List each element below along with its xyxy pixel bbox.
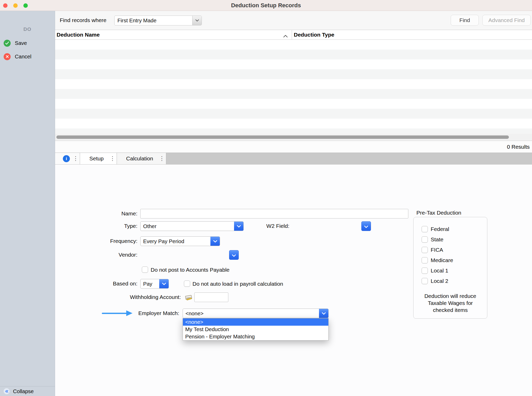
sidebar-header: DO <box>0 26 55 32</box>
column-divider[interactable] <box>292 30 292 39</box>
window-title: Deduction Setup Records <box>0 0 532 11</box>
pretax-title: Pre-Tax Deduction <box>416 210 461 216</box>
vendor-label: Vendor: <box>119 252 137 258</box>
option-my-test-deduction[interactable]: My Test Deduction <box>183 326 328 333</box>
app-window: Deduction Setup Records DO Save Cancel C… <box>0 0 532 396</box>
pretax-option-row: FICA <box>414 245 487 255</box>
medicare-label: Medicare <box>431 257 453 263</box>
info-icon: i <box>63 155 70 162</box>
setup-form: Name: Type: Other W2 Field: Frequency: E… <box>55 165 532 396</box>
tab-calculation[interactable]: Calculation ⋮ <box>117 153 166 164</box>
fica-label: FICA <box>431 247 443 253</box>
w2-field-dropdown[interactable] <box>361 221 371 231</box>
find-field-dropdown[interactable]: First Entry Made <box>114 16 202 25</box>
employer-match-options-list: <none> My Test Deduction Pension - Emplo… <box>183 318 329 340</box>
pretax-option-row: Federal <box>414 224 487 234</box>
based-on-value: Pay <box>141 281 152 287</box>
account-lookup-icon[interactable] <box>185 293 192 301</box>
based-on-dropdown[interactable]: Pay <box>140 279 169 289</box>
chevron-down-icon <box>319 309 328 318</box>
type-value: Other <box>141 223 156 229</box>
chevron-down-icon <box>234 222 243 231</box>
advanced-find-button[interactable]: Advanced Find <box>482 15 531 26</box>
find-bar: Find records where First Entry Made Find… <box>55 11 532 30</box>
scrollbar-thumb[interactable] <box>56 135 509 139</box>
chevron-down-icon <box>232 252 236 258</box>
do-not-autoload-checkbox[interactable] <box>184 281 190 287</box>
annotation-arrow-icon <box>102 310 132 317</box>
fica-checkbox[interactable] <box>422 247 428 253</box>
results-count: 0 Results <box>507 144 530 150</box>
column-header-deduction-type[interactable]: Deduction Type <box>294 30 532 39</box>
drag-handle-icon[interactable]: ⋮ <box>110 156 115 161</box>
local2-checkbox[interactable] <box>422 278 428 284</box>
w2-field-label: W2 Field: <box>266 223 289 229</box>
pretax-panel: Federal State FICA Medicare Local 1 <box>413 217 487 319</box>
federal-label: Federal <box>431 226 449 232</box>
x-circle-icon <box>4 53 11 60</box>
employer-match-dropdown[interactable]: <none> <box>183 309 329 318</box>
tab-label: Calculation <box>126 155 157 162</box>
do-not-post-ap-label: Do not post to Accounts Payable <box>151 267 230 273</box>
chevron-down-icon <box>364 223 368 229</box>
state-checkbox[interactable] <box>422 236 428 243</box>
pretax-option-row: State <box>414 234 487 245</box>
collapse-label: Collapse <box>13 388 34 394</box>
pretax-note: Deduction will reduce Taxable Wages for … <box>414 292 487 313</box>
find-field-value: First Entry Made <box>115 17 156 24</box>
chevron-down-icon <box>210 237 220 246</box>
column-header-deduction-name[interactable]: Deduction Name <box>57 30 290 39</box>
find-button[interactable]: Find <box>451 15 479 26</box>
cancel-label: Cancel <box>15 53 31 60</box>
state-label: State <box>431 236 443 243</box>
option-pension-employer-matching[interactable]: Pension - Employer Matching <box>183 333 328 340</box>
main-panel: Find records where First Entry Made Find… <box>55 11 532 396</box>
close-window-icon[interactable] <box>3 3 8 8</box>
option-none[interactable]: <none> <box>183 318 328 326</box>
name-label: Name: <box>121 210 137 217</box>
employer-match-label: Employer Match: <box>138 310 179 316</box>
cancel-button[interactable]: Cancel <box>0 51 55 62</box>
type-dropdown[interactable]: Other <box>140 221 244 231</box>
save-button[interactable]: Save <box>0 38 55 48</box>
name-input[interactable] <box>140 209 408 219</box>
sidebar: DO Save Cancel Collapse <box>0 11 55 396</box>
record-info-button[interactable]: i ⋮ <box>55 153 80 164</box>
results-bar: 0 Results <box>55 141 532 153</box>
horizontal-scrollbar[interactable] <box>55 134 532 141</box>
frequency-label: Frequency: <box>110 238 137 244</box>
tab-setup[interactable]: Setup ⋮ <box>80 153 117 164</box>
type-label: Type: <box>124 223 137 229</box>
local1-label: Local 1 <box>431 268 448 274</box>
drag-handle-icon[interactable]: ⋮ <box>159 156 165 161</box>
column-label: Deduction Type <box>294 32 334 38</box>
local2-label: Local 2 <box>431 278 448 284</box>
medicare-checkbox[interactable] <box>422 257 428 263</box>
tab-bar: i ⋮ Setup ⋮ Calculation ⋮ <box>55 153 532 165</box>
local1-checkbox[interactable] <box>422 268 428 274</box>
employer-match-value: <none> <box>183 310 204 317</box>
drag-handle-icon[interactable]: ⋮ <box>73 156 78 161</box>
chevron-up-icon <box>283 33 288 39</box>
chevron-down-icon <box>192 16 202 25</box>
collapse-button[interactable]: Collapse <box>0 386 55 396</box>
frequency-dropdown[interactable]: Every Pay Period <box>140 236 220 246</box>
vendor-dropdown[interactable] <box>229 250 239 260</box>
withholding-account-input[interactable] <box>194 292 228 302</box>
find-records-label: Find records where <box>60 17 107 23</box>
do-not-post-ap-checkbox[interactable] <box>142 267 148 273</box>
based-on-label: Based on: <box>113 281 137 287</box>
minimize-window-icon[interactable] <box>13 3 18 8</box>
federal-checkbox[interactable] <box>422 226 428 232</box>
frequency-value: Every Pay Period <box>141 238 184 244</box>
pretax-option-row: Local 1 <box>414 265 487 276</box>
do-not-autoload-label: Do not auto load in payroll calculation <box>192 281 283 287</box>
table-body[interactable] <box>55 40 532 134</box>
chevron-down-icon <box>159 279 169 288</box>
pretax-option-row: Local 2 <box>414 276 487 286</box>
titlebar: Deduction Setup Records <box>0 0 532 11</box>
zoom-window-icon[interactable] <box>23 3 28 8</box>
collapse-chevrons-icon <box>4 388 10 394</box>
withholding-account-label: Withholding Account: <box>130 294 181 300</box>
tab-label: Setup <box>89 155 107 162</box>
